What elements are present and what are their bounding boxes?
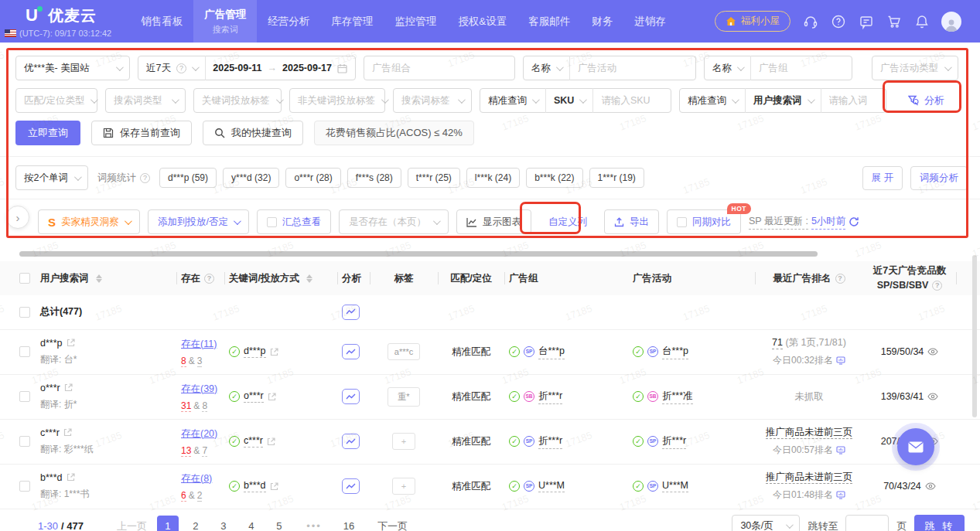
freq-chip[interactable]: t***r (25) <box>408 168 460 188</box>
rank-value[interactable]: 71 <box>772 337 783 349</box>
exists-red-count[interactable]: 31 <box>181 400 191 412</box>
exists-gray-count[interactable]: 2 <box>197 490 203 502</box>
freq-chip[interactable]: f***s (28) <box>347 168 401 188</box>
trend-chart-icon[interactable] <box>342 344 360 359</box>
term-tag-select[interactable]: 搜索词标签 <box>393 88 472 113</box>
row-checkbox[interactable] <box>19 436 30 447</box>
freq-chip[interactable]: d***p (59) <box>159 168 217 188</box>
welfare-house-button[interactable]: 福利小屋 <box>715 11 790 32</box>
page-button-1[interactable]: 1 <box>157 516 179 531</box>
sort-icon[interactable] <box>96 274 102 283</box>
add-to-targeting-dropdown[interactable]: 添加到投放/否定 <box>148 209 249 234</box>
exists-on-page-select[interactable]: 是否存在（本页） <box>339 209 449 234</box>
campaign-type-select[interactable]: 广告活动类型 <box>872 56 958 80</box>
nav-item-business-analysis[interactable]: 经营分析 <box>257 0 320 43</box>
campaign-link[interactable]: 折***r <box>662 434 686 449</box>
exists-gray-count[interactable]: 3 <box>197 356 203 367</box>
match-type-select[interactable]: 匹配/定位类型 <box>15 88 97 113</box>
page-button-5[interactable]: 5 <box>268 516 290 531</box>
prev-page-button[interactable]: 上一页 <box>117 516 147 531</box>
external-link-icon[interactable] <box>63 428 72 437</box>
notification-bell-icon[interactable] <box>913 13 930 29</box>
exists-gray-count[interactable]: 8 <box>202 400 207 412</box>
page-button-3[interactable]: 3 <box>213 516 234 531</box>
exists-link[interactable]: 存在(8) <box>181 473 212 484</box>
adgroup-link[interactable]: 折***r <box>538 390 562 404</box>
term-type-select[interactable]: 搜索词类型 <box>105 88 186 113</box>
exists-link[interactable]: 存在(11) <box>181 339 217 349</box>
save-query-button[interactable]: 保存当前查询 <box>91 121 192 145</box>
row-checkbox[interactable] <box>19 346 30 357</box>
campaign-link[interactable]: U***M <box>662 480 688 492</box>
portfolio-input-field[interactable] <box>364 56 514 80</box>
exists-link[interactable]: 存在(39) <box>181 383 217 394</box>
search-term-text[interactable]: c***r <box>40 427 60 438</box>
sku-field-select[interactable]: SKU <box>546 89 592 112</box>
rank-monitor-icon[interactable] <box>836 356 845 365</box>
word-frequency-analysis-button[interactable]: 词频分析 <box>910 166 968 190</box>
update-time-link[interactable]: 5小时前 <box>811 215 845 230</box>
adgroup-link[interactable]: U***M <box>538 480 565 492</box>
rank-monitor-icon[interactable] <box>836 446 845 454</box>
word-query-mode-select[interactable]: 精准查询 <box>680 89 745 112</box>
feedback-icon[interactable] <box>858 13 874 29</box>
exists-red-count[interactable]: 8 <box>181 356 186 367</box>
freq-chip[interactable]: y***d (32) <box>223 168 279 188</box>
row-checkbox[interactable] <box>19 481 30 492</box>
analyze-button[interactable]: 分析 <box>908 94 944 107</box>
page-size-select[interactable]: 30条/页 <box>732 515 800 531</box>
trend-chart-icon[interactable] <box>342 434 360 449</box>
freq-chip[interactable]: b***k (22) <box>526 168 582 188</box>
help-icon[interactable] <box>830 13 846 29</box>
period-compare-toggle[interactable]: 同期对比 HOT <box>667 209 741 234</box>
nav-item-customer-email[interactable]: 客服邮件 <box>517 0 581 43</box>
exists-link[interactable]: 存在(20) <box>181 428 217 439</box>
vertical-scrollbar[interactable] <box>972 255 977 417</box>
search-term-text[interactable]: b***d <box>40 472 63 483</box>
summary-view-toggle[interactable]: 汇总查看 <box>257 209 331 234</box>
campaign-input-field[interactable] <box>570 63 695 73</box>
external-link-icon[interactable] <box>270 482 278 491</box>
keyword-text[interactable]: o***r <box>244 390 264 403</box>
row-checkbox[interactable] <box>19 391 30 402</box>
nav-item-ad-management[interactable]: 广告管理 搜索词 <box>193 0 257 43</box>
campaign-link[interactable]: 折***准 <box>662 390 693 404</box>
checkbox[interactable] <box>267 217 277 227</box>
trend-chart-icon[interactable] <box>342 389 360 404</box>
acos-filter-chip[interactable]: 花费销售额占比(ACOS) ≤ 42% <box>314 121 474 145</box>
rank-monitor-icon[interactable] <box>836 491 845 499</box>
my-quick-query-button[interactable]: 我的快捷查询 <box>203 121 303 145</box>
date-range-value[interactable]: 2025-09-11→2025-09-17 <box>205 63 355 73</box>
word-field-select[interactable]: 用户搜索词 <box>746 89 821 112</box>
adgroup-link[interactable]: 台***p <box>538 345 565 359</box>
freq-chip[interactable]: o***r (28) <box>285 168 340 188</box>
row-checkbox[interactable] <box>19 307 30 318</box>
add-tag-button[interactable]: + <box>392 433 415 450</box>
collapse-panel-handle[interactable]: › <box>6 206 29 229</box>
horizontal-scrollbar[interactable] <box>19 251 818 257</box>
non-keyword-tag-select[interactable]: 非关键词投放标签 <box>289 88 385 113</box>
show-chart-button[interactable]: 显示图表 <box>456 209 531 234</box>
sku-input-field[interactable] <box>593 95 671 106</box>
external-link-icon[interactable] <box>270 348 278 356</box>
nav-item-inventory[interactable]: 库存管理 <box>320 0 384 43</box>
keyword-text[interactable]: d***p <box>244 345 266 358</box>
custom-columns-button[interactable]: 自定义列 <box>542 209 593 234</box>
nav-item-authorization-settings[interactable]: 授权&设置 <box>447 0 517 43</box>
add-tag-button[interactable]: + <box>392 478 415 495</box>
campaign-link[interactable]: 台***p <box>662 345 688 359</box>
word-count-mode-select[interactable]: 按2个单词 <box>15 165 88 190</box>
freq-chip[interactable]: l***k (24) <box>466 168 520 188</box>
col-header-term[interactable]: 用户搜索词 <box>36 261 176 295</box>
external-link-icon[interactable] <box>67 473 75 482</box>
external-link-icon[interactable] <box>268 393 276 401</box>
word-input-field[interactable] <box>821 95 886 106</box>
cart-icon[interactable] <box>886 13 902 29</box>
external-link-icon[interactable] <box>267 437 275 446</box>
eye-icon[interactable] <box>927 348 938 356</box>
search-term-text[interactable]: d***p <box>40 338 63 349</box>
select-all-checkbox[interactable] <box>19 273 30 284</box>
trend-chart-icon[interactable] <box>342 478 360 494</box>
date-range-picker[interactable]: 近7天 ? 2025-09-11→2025-09-17 <box>138 56 356 80</box>
user-avatar[interactable] <box>941 12 961 32</box>
